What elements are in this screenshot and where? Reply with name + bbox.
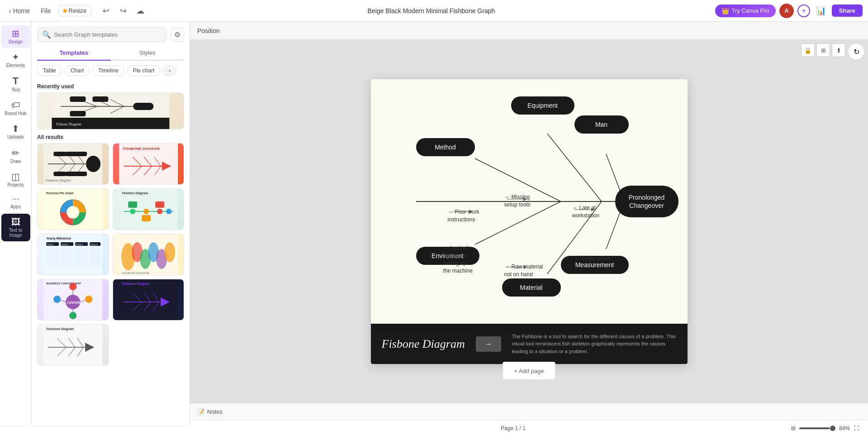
sidebar-item-elements[interactable]: ✦ Elements [1, 49, 30, 72]
chip-pie-chart[interactable]: Pie chart [127, 65, 160, 76]
notes-icon: 📝 [197, 408, 204, 415]
templates-grid: Fishbone Diagram FISHBONE DIAGRAM [37, 143, 184, 366]
svg-text:Fishbone Diagram: Fishbone Diagram [46, 327, 74, 331]
undo-button[interactable]: ↩ [99, 4, 113, 18]
tab-templates[interactable]: Templates [37, 46, 111, 61]
search-input[interactable] [54, 31, 162, 38]
search-icon: 🔍 [42, 30, 51, 39]
text-to-image-icon: 🖼 [11, 217, 20, 226]
chip-more[interactable]: › [163, 65, 176, 76]
arrow-icon-4: → [443, 245, 449, 251]
export-icon-btn[interactable]: ⬆ [832, 43, 845, 57]
file-button[interactable]: File [37, 5, 55, 16]
share-button[interactable]: Share [832, 5, 863, 17]
canvas-area: Position 🔒 ⊞ ⬆ ↻ [190, 22, 868, 436]
template-fishbone-red[interactable]: FISHBONE DIAGRAM [113, 143, 185, 185]
design-icon: ⊞ [12, 29, 19, 38]
svg-text:Timeline Diagram: Timeline Diagram [122, 192, 148, 195]
home-button[interactable]: ‹ Home [5, 5, 33, 16]
notes-label: Notes [207, 408, 223, 415]
canvas-main[interactable]: 🔒 ⊞ ⬆ ↻ [190, 40, 868, 403]
template-process-pie[interactable]: Process Pie Chart [37, 188, 109, 230]
svg-point-49 [166, 209, 171, 214]
grid-icon-btn[interactable]: ⊞ [816, 43, 830, 57]
footer-arrow: → [476, 336, 501, 352]
sidebar-item-design[interactable]: ⊞ Design [1, 25, 30, 48]
svg-point-21 [86, 156, 100, 172]
template-timeline[interactable]: Timeline Diagram [113, 188, 185, 230]
svg-text:Process Pie Chart: Process Pie Chart [46, 192, 74, 195]
node-equipment: Equipment [511, 96, 574, 115]
sidebar-label-brand-hub: Brand Hub [5, 111, 27, 116]
recently-used-card[interactable]: Fisbone Diagram [37, 92, 184, 129]
redo-button[interactable]: ↪ [116, 4, 130, 18]
sidebar-label-text-to-image: Text to Image [3, 228, 28, 238]
rotate-button[interactable]: ↻ [848, 43, 864, 60]
node-method: Method [416, 138, 475, 156]
cloud-save-button[interactable]: ☁ [133, 4, 147, 18]
add-page-label: + Add page [514, 368, 544, 374]
node-result: PronolongedChangeover [615, 186, 678, 217]
arrow-icon-5: → [504, 264, 510, 270]
template-yearly-milestone[interactable]: Yearly Milestone Goal 1 Goal 2 Goal 3 Go… [37, 234, 109, 275]
projects-icon: ◫ [11, 172, 20, 181]
template-fishbone-dark[interactable]: Fishbone Diagram [113, 279, 185, 321]
svg-rect-64 [61, 248, 73, 266]
chevron-left-icon: ‹ [9, 7, 11, 14]
footer-title: Fisbone Diagram [382, 337, 465, 351]
sidebar-label-text: Text [11, 87, 19, 92]
templates-scroll[interactable]: Recently used Fisbone Diagram [32, 79, 190, 436]
draw-icon: ✏ [12, 149, 19, 158]
lock-icon-btn[interactable]: 🔒 [801, 43, 815, 57]
sidebar-item-draw[interactable]: ✏ Draw [1, 145, 30, 168]
chip-chart[interactable]: Chart [65, 65, 90, 76]
notes-button[interactable]: 📝 Notes [197, 408, 223, 415]
page-info: Page 1 / 1 [501, 425, 526, 431]
add-page-button[interactable]: + Add page [503, 362, 555, 380]
user-avatar[interactable]: A [779, 4, 794, 18]
svg-rect-27 [74, 172, 87, 176]
sidebar-item-uploads[interactable]: ⬆ Uploads [1, 120, 30, 143]
svg-text:FISHBONE DIAGRAM: FISHBONE DIAGRAM [123, 147, 160, 151]
search-box[interactable]: 🔍 [37, 27, 167, 42]
svg-point-86 [85, 296, 92, 303]
document-title: Beige Black Modern Minimal Fishbone Grap… [151, 7, 711, 14]
sidebar-item-text-to-image[interactable]: 🖼 Text to Image [1, 214, 30, 241]
sidebar-item-text[interactable]: T Text [1, 72, 30, 96]
sidebar-item-brand-hub[interactable]: 🏷 Brand Hub [1, 97, 30, 120]
resize-button[interactable]: Resize [58, 5, 92, 16]
svg-text:Goal 1: Goal 1 [47, 243, 54, 246]
fishbone-diagram[interactable]: Equipment Man Method Enviroment Material… [371, 79, 688, 364]
svg-text:FISHBONE DIAGRAM: FISHBONE DIAGRAM [122, 272, 149, 274]
chip-timeline[interactable]: Timeline [92, 65, 124, 76]
chart-stats-icon[interactable]: 📊 [814, 4, 828, 18]
timeline-preview: Timeline Diagram [113, 189, 184, 230]
apps-icon: ⋯ [12, 196, 19, 203]
fit-page-icon[interactable]: ⊞ [791, 425, 796, 431]
fishbone-dark-preview: Fishbone Diagram [113, 279, 184, 320]
zoom-slider[interactable] [799, 427, 835, 429]
fishbone-red-preview: FISHBONE DIAGRAM [113, 144, 184, 184]
svg-rect-66 [90, 248, 100, 266]
bottom-bar: Page 1 / 1 ⊞ 84% ⛶ [190, 420, 868, 436]
fishbone-canvas[interactable]: Equipment Man Method Enviroment Material… [371, 79, 688, 324]
svg-text:Yearly Milestone: Yearly Milestone [46, 237, 71, 240]
filter-chips: Table Chart Timeline Pie chart › [32, 61, 190, 79]
fullscreen-icon[interactable]: ⛶ [854, 425, 859, 431]
sidebar-item-projects[interactable]: ◫ Projects [1, 168, 30, 191]
sidebar-item-apps[interactable]: ⋯ Apps [1, 192, 30, 213]
template-business-concept[interactable]: BUSINESS CONCEPT MAP CENTER [37, 279, 109, 321]
sidebar-label-apps: Apps [10, 204, 21, 209]
svg-rect-97 [43, 325, 102, 365]
filter-button[interactable]: ⚙ [171, 28, 184, 42]
canvapro-button[interactable]: 👑 Try Canva Pro [715, 5, 776, 17]
chip-table[interactable]: Table [37, 65, 62, 76]
zoom-slider-thumb [830, 426, 835, 431]
template-fishbone-orange[interactable]: FISHBONE DIAGRAM [113, 234, 185, 275]
svg-text:Fishbone Diagram: Fishbone Diagram [122, 282, 149, 286]
template-fishbone-beige[interactable]: Fishbone Diagram [37, 143, 109, 185]
resize-dot [63, 9, 67, 13]
add-collaborator-button[interactable]: + [797, 5, 810, 17]
tab-styles[interactable]: Styles [111, 46, 185, 61]
template-fishbone-light[interactable]: Fishbone Diagram [37, 324, 109, 366]
